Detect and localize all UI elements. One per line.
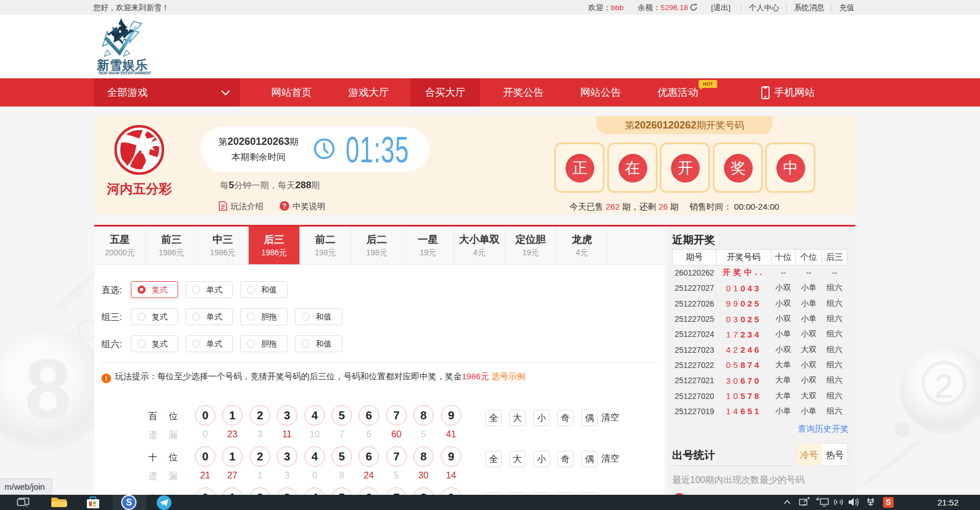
- svg-text:?: ?: [282, 202, 286, 210]
- svg-text:S: S: [126, 498, 132, 507]
